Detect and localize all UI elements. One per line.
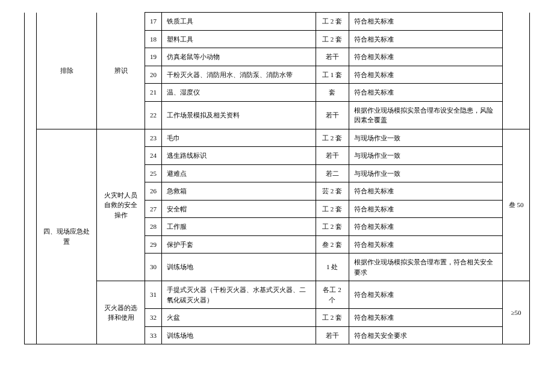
item-qty: 工 2 套 [316,309,349,327]
item-qty: 芸 2 套 [316,182,349,201]
table-row: 排除 辨识 17 铁质工具 工 2 套 符合相关标准 [25,13,530,31]
item-req: 与现场作业一致 [349,147,503,165]
item-name: 干粉灭火器、消防用水、消防泵、消防水带 [162,66,316,84]
subcategory-cell: 辨识 [97,13,145,129]
item-req: 符合相关标准 [349,182,503,201]
item-name: 工作服 [162,218,316,236]
row-num: 33 [145,326,162,344]
item-qty: 1 处 [316,254,349,281]
item-name: 塑料工具 [162,30,316,48]
item-name: 仿真老鼠等小动物 [162,48,316,66]
item-req: 根据作业现场模拟实景合理布设安全隐患，风险因素全覆盖 [349,101,503,129]
item-qty: 工 1 套 [316,66,349,84]
subcategory-cell: 火灾时人员自救的安全操作 [97,129,145,281]
row-num: 21 [145,84,162,102]
row-num: 17 [145,13,162,31]
item-name: 逃生路线标识 [162,147,316,165]
score-cell [503,13,530,129]
item-qty: 套 [316,84,349,102]
score-cell: 叁 50 [503,129,530,281]
item-name: 保护手套 [162,235,316,254]
item-name: 铁质工具 [162,13,316,31]
item-req: 符合相关标准 [349,13,503,31]
item-name: 毛巾 [162,129,316,147]
row-num: 32 [145,309,162,327]
item-qty: 若干 [316,147,349,165]
category-cell: 排除 [37,13,97,129]
item-qty: 若干 [316,101,349,129]
item-req: 符合相关标准 [349,235,503,254]
item-qty: 若干 [316,48,349,66]
item-name: 火盆 [162,309,316,327]
item-req: 与现场作业一致 [349,129,503,147]
item-name: 训练场地 [162,326,316,344]
row-num: 31 [145,281,162,309]
item-name: 工作场景模拟及相关资料 [162,101,316,129]
item-req: 根据作业现场模拟实景合理布置，符合相关安全要求 [349,254,503,281]
row-num: 30 [145,254,162,281]
item-qty: 工 2 套 [316,218,349,236]
item-name: 温、湿度仪 [162,84,316,102]
item-req: 符合相关标准 [349,281,503,309]
item-qty: 各工 2 个 [316,281,349,309]
item-qty: 工 2 套 [316,129,349,147]
item-qty: 若二 [316,164,349,182]
row-num: 28 [145,218,162,236]
row-num: 22 [145,101,162,129]
blank-col [25,13,37,129]
item-req: 符合相关标准 [349,66,503,84]
item-name: 避难点 [162,164,316,182]
row-num: 18 [145,30,162,48]
blank-col [25,129,37,344]
item-req: 符合相关标准 [349,218,503,236]
score-cell: ≥50 [503,281,530,344]
item-name: 训练场地 [162,254,316,281]
row-num: 23 [145,129,162,147]
row-num: 19 [145,48,162,66]
item-req: 符合相关安全要求 [349,326,503,344]
item-req: 符合相关标准 [349,200,503,218]
category-cell: 四、现场应急处置 [37,129,97,344]
item-name: 急救箱 [162,182,316,201]
item-name: 安全帽 [162,200,316,218]
spec-table: 排除 辨识 17 铁质工具 工 2 套 符合相关标准 18 塑料工具 工 2 套… [24,12,530,344]
row-num: 26 [145,182,162,201]
item-qty: 叁 2 套 [316,235,349,254]
table-row: 四、现场应急处置 火灾时人员自救的安全操作 23 毛巾 工 2 套 与现场作业一… [25,129,530,147]
item-req: 与现场作业一致 [349,164,503,182]
item-qty: 若干 [316,326,349,344]
item-req: 符合相关标准 [349,84,503,102]
item-name: 手提式灭火器（干粉灭火器、水基式灭火器、二氧化碳灭火器） [162,281,316,309]
row-num: 27 [145,200,162,218]
item-qty: 工 2 套 [316,30,349,48]
item-req: 符合相关标准 [349,48,503,66]
subcategory-cell: 灭火器的选择和使用 [97,281,145,344]
row-num: 25 [145,164,162,182]
item-req: 符合相关标准 [349,309,503,327]
table-row: 灭火器的选择和使用 31 手提式灭火器（干粉灭火器、水基式灭火器、二氧化碳灭火器… [25,281,530,309]
item-qty: 工 2 套 [316,200,349,218]
row-num: 24 [145,147,162,165]
item-req: 符合相关标准 [349,30,503,48]
row-num: 20 [145,66,162,84]
item-qty: 工 2 套 [316,13,349,31]
row-num: 29 [145,235,162,254]
